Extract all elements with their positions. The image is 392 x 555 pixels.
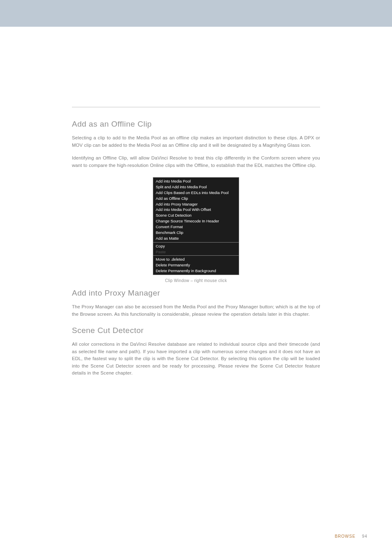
menu-item[interactable]: Add into Media Pool With Offset [153, 207, 239, 213]
menu-item[interactable]: Move to .deleted [153, 257, 239, 262]
body-text: Identifying an Offline Clip, will allow … [72, 155, 320, 169]
body-text: Selecting a clip to add to the Media Poo… [72, 134, 320, 149]
menu-item[interactable]: Benchmark Clip [153, 230, 239, 236]
body-text: All color corrections in the DaVinci Res… [72, 341, 320, 377]
context-menu-figure: Add into Media Pool Split and Add into M… [72, 177, 320, 275]
page-footer: BROWSE 94 [335, 534, 367, 539]
menu-item[interactable]: Scene Cut Detection [153, 213, 239, 218]
section-add-offline: Add as an Offline Clip Selecting a clip … [72, 120, 320, 169]
menu-separator [153, 242, 239, 243]
body-text: The Proxy Manager can also be accessed f… [72, 303, 320, 318]
menu-item[interactable]: Add as Matte [153, 236, 239, 241]
menu-item[interactable]: Add as Offline Clip [153, 196, 239, 201]
menu-item[interactable]: Split and Add into Media Pool [153, 184, 239, 190]
page-content: Add as an Offline Clip Selecting a clip … [0, 27, 392, 555]
heading-add-offline: Add as an Offline Clip [72, 120, 320, 129]
menu-separator [153, 255, 239, 256]
section-proxy-manager: Add into Proxy Manager The Proxy Manager… [72, 289, 320, 318]
menu-item[interactable]: Add into Proxy Manager [153, 201, 239, 207]
menu-item[interactable]: Add into Media Pool [153, 178, 239, 184]
menu-item[interactable]: Delete Permanently in Background [153, 268, 239, 274]
menu-item-paste: Paste [153, 249, 239, 255]
context-menu: Add into Media Pool Split and Add into M… [153, 177, 239, 275]
footer-page-number: 94 [362, 534, 367, 539]
heading-proxy-manager: Add into Proxy Manager [72, 289, 320, 298]
menu-item[interactable]: Add Clips Based on EDLs into Media Pool [153, 190, 239, 196]
menu-item[interactable]: Change Source Timecode In Header [153, 218, 239, 224]
menu-item[interactable]: Convert Format [153, 224, 239, 230]
header-bar [0, 0, 392, 27]
heading-scene-cut: Scene Cut Detector [72, 326, 320, 335]
section-scene-cut: Scene Cut Detector All color corrections… [72, 326, 320, 377]
menu-item-copy[interactable]: Copy [153, 243, 239, 249]
footer-section: BROWSE [335, 534, 355, 539]
figure-caption: Clip Window – right mouse click [72, 278, 320, 283]
menu-item[interactable]: Delete Permanently [153, 262, 239, 268]
horizontal-rule [72, 107, 320, 107]
